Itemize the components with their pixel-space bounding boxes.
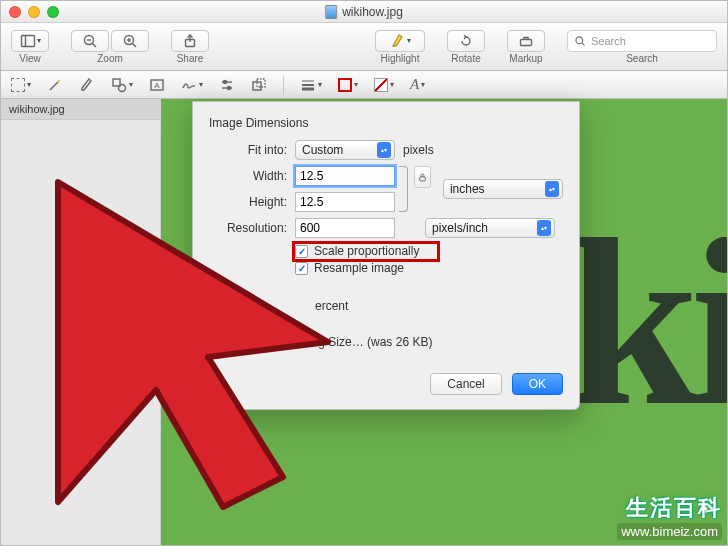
link-bracket bbox=[399, 166, 408, 212]
rotate-label: Rotate bbox=[451, 53, 480, 64]
zoom-window-button[interactable] bbox=[47, 6, 59, 18]
watermark-title: 生活百科 bbox=[617, 493, 722, 523]
image-content: ki bbox=[567, 226, 727, 418]
height-input[interactable] bbox=[295, 192, 395, 212]
thumbnail-sidebar: wikihow.jpg bbox=[1, 99, 161, 545]
zoom-label: Zoom bbox=[97, 53, 123, 64]
scale-proportionally-checkbox[interactable]: Scale proportionally bbox=[295, 244, 563, 258]
svg-point-17 bbox=[119, 84, 126, 91]
toolbox-icon bbox=[518, 33, 534, 49]
svg-line-6 bbox=[133, 43, 137, 47]
minimize-window-button[interactable] bbox=[28, 6, 40, 18]
svg-line-13 bbox=[582, 42, 585, 45]
svg-text:A: A bbox=[154, 81, 160, 90]
rotate-button[interactable] bbox=[447, 30, 485, 52]
svg-rect-29 bbox=[420, 176, 426, 180]
resulting-size-text: ating Size… (was 26 KB) bbox=[299, 335, 563, 349]
rotate-icon bbox=[458, 33, 474, 49]
instant-alpha-tool[interactable] bbox=[47, 77, 63, 93]
text-box-icon: A bbox=[149, 77, 165, 93]
cancel-button[interactable]: Cancel bbox=[430, 373, 501, 395]
search-icon bbox=[574, 35, 586, 47]
adjust-size-tool[interactable] bbox=[251, 77, 267, 93]
svg-point-12 bbox=[576, 36, 583, 43]
checkbox-icon bbox=[295, 262, 308, 275]
view-group: ▾ View bbox=[11, 30, 49, 64]
highlight-group: ▾ Highlight bbox=[375, 30, 425, 64]
line-weight-tool[interactable]: ▾ bbox=[300, 77, 322, 93]
width-input[interactable] bbox=[295, 166, 395, 186]
highlight-button[interactable]: ▾ bbox=[375, 30, 425, 52]
fit-into-select[interactable]: Custom▴▾ bbox=[295, 140, 395, 160]
svg-point-15 bbox=[58, 80, 60, 82]
image-dimensions-dialog: Image Dimensions Fit into: Custom▴▾ pixe… bbox=[192, 101, 580, 410]
fill-color-tool[interactable]: ▾ bbox=[374, 78, 394, 92]
fit-into-label: Fit into: bbox=[209, 143, 287, 157]
svg-line-3 bbox=[93, 43, 97, 47]
markup-label: Markup bbox=[509, 53, 542, 64]
svg-rect-16 bbox=[113, 79, 120, 86]
dialog-title: Image Dimensions bbox=[209, 116, 563, 130]
titlebar: wikihow.jpg bbox=[1, 1, 727, 23]
border-color-tool[interactable]: ▾ bbox=[338, 78, 358, 92]
rotate-group: Rotate bbox=[447, 30, 485, 64]
resample-image-label: Resample image bbox=[314, 261, 404, 275]
search-label: Search bbox=[626, 53, 658, 64]
resolution-input[interactable] bbox=[295, 218, 395, 238]
share-icon bbox=[182, 33, 198, 49]
resolution-unit-select[interactable]: pixels/inch▴▾ bbox=[425, 218, 555, 238]
watermark-url: www.bimeiz.com bbox=[617, 523, 722, 540]
close-window-button[interactable] bbox=[9, 6, 21, 18]
document-icon bbox=[325, 5, 337, 19]
adjust-color-tool[interactable] bbox=[219, 77, 235, 93]
search-group: Search Search bbox=[567, 30, 717, 64]
window-title: wikihow.jpg bbox=[325, 5, 403, 19]
sign-tool[interactable]: ▾ bbox=[181, 77, 203, 93]
zoom-out-button[interactable] bbox=[71, 30, 109, 52]
svg-point-23 bbox=[228, 86, 231, 89]
shapes-icon bbox=[111, 77, 127, 93]
sketch-tool[interactable] bbox=[79, 77, 95, 93]
svg-line-14 bbox=[50, 82, 58, 90]
lock-icon bbox=[417, 172, 428, 183]
highlight-label: Highlight bbox=[381, 53, 420, 64]
zoom-in-button[interactable] bbox=[111, 30, 149, 52]
markup-button[interactable] bbox=[507, 30, 545, 52]
selection-tool[interactable]: ▾ bbox=[11, 78, 31, 92]
search-placeholder: Search bbox=[591, 35, 626, 47]
signature-icon bbox=[181, 77, 197, 93]
app-window: wikihow.jpg ▾ View Zoom Share ▾ Highligh… bbox=[0, 0, 728, 546]
checkbox-icon bbox=[295, 245, 308, 258]
main-toolbar: ▾ View Zoom Share ▾ Highlight Rotate Mar… bbox=[1, 23, 727, 71]
text-tool[interactable]: A bbox=[149, 77, 165, 93]
zoom-in-icon bbox=[122, 33, 138, 49]
view-button[interactable]: ▾ bbox=[11, 30, 49, 52]
resize-icon bbox=[251, 77, 267, 93]
pencil-icon bbox=[79, 77, 95, 93]
lock-aspect-button[interactable] bbox=[414, 166, 431, 188]
width-label: Width: bbox=[209, 169, 287, 183]
share-group: Share bbox=[171, 30, 209, 64]
scale-proportionally-label: Scale proportionally bbox=[314, 244, 419, 258]
svg-point-22 bbox=[224, 80, 227, 83]
search-input[interactable]: Search bbox=[567, 30, 717, 52]
sidebar-icon bbox=[20, 33, 36, 49]
fit-into-unit: pixels bbox=[403, 143, 434, 157]
markup-toolbar: ▾ ▾ A ▾ ▾ ▾ ▾ A▾ bbox=[1, 71, 727, 99]
shapes-tool[interactable]: ▾ bbox=[111, 77, 133, 93]
wh-unit-select[interactable]: inches▴▾ bbox=[443, 179, 563, 199]
wand-icon bbox=[47, 77, 63, 93]
resample-image-checkbox[interactable]: Resample image bbox=[295, 261, 563, 275]
zoom-group: Zoom bbox=[71, 30, 149, 64]
svg-rect-11 bbox=[521, 39, 532, 45]
share-button[interactable] bbox=[171, 30, 209, 52]
highlighter-icon bbox=[390, 33, 406, 49]
window-controls bbox=[9, 6, 59, 18]
resolution-label: Resolution: bbox=[209, 221, 287, 235]
watermark: 生活百科 www.bimeiz.com bbox=[617, 493, 722, 540]
sidebar-item-file[interactable]: wikihow.jpg bbox=[1, 99, 160, 120]
lines-icon bbox=[300, 77, 316, 93]
ok-button[interactable]: OK bbox=[512, 373, 563, 395]
font-style-tool[interactable]: A▾ bbox=[410, 76, 425, 93]
zoom-out-icon bbox=[82, 33, 98, 49]
